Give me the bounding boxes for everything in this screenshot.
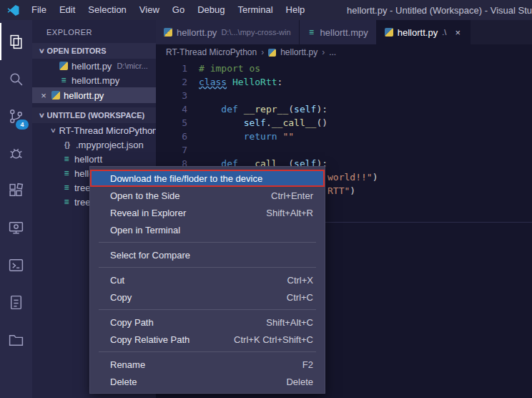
extensions-icon[interactable] [0, 172, 32, 209]
open-editor-item-active[interactable]: × hellortt.py [32, 87, 156, 103]
code-line[interactable]: 7 [156, 143, 532, 157]
breadcrumb-folder[interactable]: RT-Thread MicroPython [166, 47, 257, 57]
menu-terminal[interactable]: Terminal [231, 0, 279, 20]
close-icon[interactable]: × [453, 27, 462, 38]
device-screen-icon[interactable] [0, 209, 32, 246]
menu-item-cut[interactable]: Cut Ctrl+X [90, 271, 325, 288]
code-line[interactable]: 1# import os [156, 62, 532, 75]
menu-debug[interactable]: Debug [191, 0, 231, 20]
menu-item-label: Copy Path [110, 317, 252, 328]
code-text: return "" [199, 130, 294, 143]
menu-go[interactable]: Go [166, 0, 191, 20]
breadcrumb-symbol[interactable]: ... [329, 47, 336, 57]
folder-icon[interactable] [0, 321, 32, 358]
file-row-hellortt[interactable]: ≡ hellortt [32, 152, 156, 166]
menu-item-delete[interactable]: Delete Delete [90, 373, 325, 390]
menu-item-shortcut: Ctrl+X [287, 275, 313, 286]
file-row-mpyproject-json[interactable]: {} .mpyproject.json [32, 137, 156, 152]
menu-view[interactable]: View [133, 0, 166, 20]
activity-bar: 4 [0, 20, 32, 398]
folder-row-rt-thread-micropython[interactable]: ∨ RT-Thread MicroPython [32, 123, 156, 137]
code-text: def __repr__(self): [199, 102, 327, 116]
line-number: 7 [156, 143, 187, 157]
tab-bar: hellortt.py D:\...\mpy-cross-win ≡ hello… [156, 20, 532, 44]
file-path-detail: D:\micr... [117, 62, 147, 70]
menu-help[interactable]: Help [280, 0, 312, 20]
python-file-icon [59, 62, 68, 70]
python-file-icon [164, 28, 172, 37]
console-icon[interactable] [0, 246, 32, 283]
menu-item-copy-relative-path[interactable]: Copy Relative Path Ctrl+K Ctrl+Shift+C [90, 331, 325, 348]
chevron-down-icon: ∨ [39, 47, 45, 54]
menu-item-label: Rename [110, 359, 288, 370]
tab-hellortt-py-external[interactable]: hellortt.py D:\...\mpy-cross-win [156, 20, 300, 44]
mpy-file-icon: ≡ [307, 28, 316, 37]
explorer-icon[interactable] [0, 23, 32, 60]
tab-path-detail: .\ [442, 28, 446, 37]
code-line[interactable]: 2class HelloRtt: [156, 75, 532, 89]
file-name: hellortt.py [72, 61, 112, 72]
breadcrumb: RT-Thread MicroPython › hellortt.py › ..… [156, 44, 532, 60]
close-icon[interactable]: × [39, 90, 48, 101]
vscode-logo-icon [7, 4, 19, 16]
menu-file[interactable]: File [25, 0, 53, 20]
chevron-down-icon: ∨ [50, 127, 56, 134]
title-bar: File Edit Selection View Go Debug Termin… [0, 0, 532, 20]
search-icon[interactable] [0, 60, 32, 97]
menu-item-shortcut: Ctrl+Enter [271, 190, 313, 201]
menu-item-shortcut: Shift+Alt+C [266, 317, 313, 328]
file-name: hellortt [74, 154, 102, 165]
code-line[interactable]: 4 def __repr__(self): [156, 102, 532, 116]
menu-item-select-for-compare[interactable]: Select for Compare [90, 246, 325, 263]
menu-item-copy[interactable]: Copy Ctrl+C [90, 288, 325, 306]
json-file-icon: {} [62, 141, 72, 149]
open-editors-header[interactable]: ∨ OPEN EDITORS [32, 43, 156, 59]
source-control-icon[interactable]: 4 [0, 97, 32, 135]
mpy-file-icon: ≡ [62, 155, 71, 163]
python-file-icon [51, 91, 60, 100]
open-editor-item[interactable]: ≡ hellortt.mpy [32, 73, 156, 87]
tab-label: hellortt.py [177, 27, 217, 38]
code-text: class HelloRtt: [199, 75, 282, 89]
menu-item-copy-path[interactable]: Copy Path Shift+Alt+C [90, 314, 325, 331]
sidebar-title: EXPLORER [32, 20, 156, 43]
source-control-badge: 4 [16, 120, 29, 130]
menu-item-open-to-side[interactable]: Open to the Side Ctrl+Enter [90, 187, 325, 204]
line-number: 3 [156, 89, 187, 102]
tab-label: hellortt.py [398, 27, 438, 38]
code-line[interactable]: 3 [156, 89, 532, 102]
workspace-header[interactable]: ∨ UNTITLED (WORKSPACE) [32, 107, 156, 123]
menu-item-rename[interactable]: Rename F2 [90, 356, 325, 373]
open-editor-item[interactable]: hellortt.py D:\micr... [32, 59, 156, 73]
tab-label: hellortt.mpy [320, 27, 368, 38]
menu-selection[interactable]: Selection [82, 0, 132, 20]
output-file-icon[interactable] [0, 283, 32, 321]
code-line[interactable]: 6 return "" [156, 130, 532, 143]
menu-item-open-in-terminal[interactable]: Open in Terminal [90, 221, 325, 238]
mpy-file-icon: ≡ [62, 169, 71, 178]
debug-icon[interactable] [0, 135, 32, 172]
line-number: 2 [156, 75, 187, 89]
menu-item-download-to-device[interactable]: Download the file/floder to the device [90, 170, 325, 187]
code-line[interactable]: 5 self.__call__() [156, 116, 532, 130]
menu-item-reveal-in-explorer[interactable]: Reveal in Explorer Shift+Alt+R [90, 204, 325, 221]
menu-item-shortcut: Delete [286, 377, 313, 387]
breadcrumb-separator-icon: › [261, 47, 264, 57]
menu-item-label: Open to the Side [110, 190, 257, 201]
menu-separator [99, 242, 316, 243]
chevron-down-icon: ∨ [39, 112, 45, 119]
file-name: hellortt.mpy [72, 75, 119, 86]
python-file-icon [385, 28, 393, 37]
tab-hellortt-mpy[interactable]: ≡ hellortt.mpy [300, 20, 377, 44]
line-number: 4 [156, 102, 187, 116]
tab-hellortt-py-active[interactable]: hellortt.py .\ × [377, 20, 471, 44]
menu-item-label: Copy [110, 292, 272, 303]
breadcrumb-file[interactable]: hellortt.py [280, 47, 317, 57]
line-number: 6 [156, 130, 187, 143]
folder-name: RT-Thread MicroPython [59, 125, 156, 136]
menu-edit[interactable]: Edit [53, 0, 82, 20]
python-file-icon [268, 49, 276, 57]
menu-item-shortcut: F2 [302, 359, 313, 370]
breadcrumb-separator-icon: › [322, 47, 325, 57]
mpy-file-icon: ≡ [62, 183, 71, 192]
